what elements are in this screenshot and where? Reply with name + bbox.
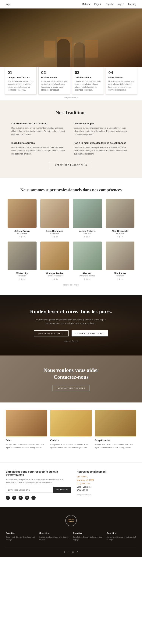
team-grid: Jeffrey Brown Propriétaire f ◉ in Anne R… <box>8 199 134 280</box>
feature-title: Ce que nous faisons <box>8 76 34 79</box>
location-phone: (212) 456-2253 <box>77 482 136 485</box>
newsletter: Enregistrez-vous pour recevoir le bullet… <box>6 470 71 500</box>
footer-col-title: Gros titre <box>73 532 103 534</box>
location: Heures et emplacement 14 E 13th St, New … <box>71 470 136 500</box>
member-instagram-icon[interactable]: ◉ <box>21 236 23 238</box>
feature-card: 03 Délicieux Pains Ut enim ad minim veni… <box>72 67 104 94</box>
product-item: Cookies Sample text. Click to select the… <box>50 410 92 449</box>
member-instagram-icon[interactable]: ◉ <box>119 236 120 238</box>
instagram-icon[interactable]: ◉ <box>25 496 29 500</box>
member-facebook-icon[interactable]: f <box>84 236 85 238</box>
member-facebook-icon[interactable]: f <box>84 278 85 280</box>
nav-links: BakeryPage 4Page 5Page 6Landing <box>82 3 136 6</box>
member-name: Jeffrey Brown <box>8 230 37 232</box>
email-input[interactable] <box>6 487 53 493</box>
member-linkedin-icon[interactable]: in <box>24 278 25 280</box>
nav-link-bakery[interactable]: Bakery <box>82 3 90 6</box>
newsletter-text: Vous voulez être le premier à lire nos a… <box>6 478 71 484</box>
team-images-credit: Images de Freepik <box>8 284 134 286</box>
phone-link[interactable]: (212) 456-2253 <box>77 482 90 484</box>
footer-col-text: Sample text. Exemple de texte de pied de… <box>6 536 36 541</box>
member-social: f ◉ in <box>8 278 37 280</box>
nav-link-page-6[interactable]: Page 6 <box>117 3 124 6</box>
team-member: Jeffrey Brown Propriétaire f ◉ in <box>8 199 37 238</box>
member-name: Alex Vert <box>73 272 102 275</box>
member-linkedin-icon[interactable]: in <box>56 236 58 238</box>
team-photo <box>40 199 69 228</box>
member-instagram-icon[interactable]: ◉ <box>86 236 88 238</box>
member-instagram-icon[interactable]: ◉ <box>53 278 55 280</box>
member-linkedin-icon[interactable]: in <box>89 236 91 238</box>
product-item: Pains Sample text. Click to select the t… <box>6 410 47 449</box>
product-text: Sample text. Click to select the text bo… <box>50 443 92 449</box>
footer-pinterest-icon[interactable]: P <box>77 550 78 554</box>
member-role: Partenaire associé <box>73 275 102 277</box>
footer-col-text: Sample text. Exemple de texte de pied de… <box>73 536 103 541</box>
nav-link-page-4[interactable]: Page 4 <box>94 3 101 6</box>
team-member: Anne Richmond Partenaire f ◉ in <box>40 199 69 238</box>
feature-card: 04 Notre histoire Ut enim ad minim venia… <box>106 67 137 94</box>
footer-linkedin-icon[interactable]: in <box>72 550 74 554</box>
member-facebook-icon[interactable]: f <box>19 236 20 238</box>
contact-button[interactable]: INFORMATIONS REQUISES <box>52 385 90 391</box>
member-role: Partenaire <box>106 275 135 277</box>
member-social: f ◉ in <box>73 278 102 280</box>
learn-more-button[interactable]: APPRENDRE ENCORE PLUS <box>50 162 92 168</box>
member-linkedin-icon[interactable]: in <box>121 278 123 280</box>
feature-text: Ut enim ad minim veniam, quis nostrud ex… <box>75 80 101 91</box>
member-linkedin-icon[interactable]: in <box>56 278 58 280</box>
nav-link-page-5[interactable]: Page 5 <box>105 3 113 6</box>
member-facebook-icon[interactable]: f <box>19 278 20 280</box>
team-photo <box>8 199 37 228</box>
newsletter-title: Enregistrez-vous pour recevoir le bullet… <box>6 470 71 476</box>
footer-column: Gros titre Sample text. Exemple de texte… <box>39 532 69 541</box>
twitter-icon[interactable]: ✓ <box>12 496 16 500</box>
team-member: Alex Greenfield Partenaire f ◉ in <box>106 199 135 238</box>
member-name: Anne Richmond <box>40 230 69 232</box>
member-facebook-icon[interactable]: f <box>52 236 52 238</box>
feature-text: Ut enim ad minim veniam, quis nostrud ex… <box>108 80 135 91</box>
footer-facebook-icon[interactable]: f <box>64 550 65 554</box>
feature-number: 03 <box>75 70 101 75</box>
member-facebook-icon[interactable]: f <box>117 278 118 280</box>
member-social: f ◉ in <box>106 278 135 280</box>
address-link[interactable]: 14 E 13th St, New York, NY 10007 <box>77 476 94 481</box>
footer-col-title: Gros titre <box>6 532 36 534</box>
location-hours: Lundi - Dimanche 07:00 - 20:00 <box>77 485 136 492</box>
member-instagram-icon[interactable]: ◉ <box>53 236 55 238</box>
product-title: Cookies <box>50 439 92 442</box>
contact-section: Nous voulons vous aiderContactez-nous IN… <box>0 356 142 402</box>
linkedin-icon[interactable]: in <box>19 496 23 500</box>
traditions-section: Nos Traditions Les friandises les plus f… <box>0 100 142 178</box>
member-social: f ◉ in <box>40 278 69 280</box>
tradition-item: Les friandises les plus fraîches Duis au… <box>11 122 68 136</box>
member-instagram-icon[interactable]: ◉ <box>86 278 88 280</box>
facebook-icon[interactable]: f <box>6 496 10 500</box>
order-button[interactable]: COMMANDEZ MAINTENANT <box>72 330 108 336</box>
product-image <box>50 410 92 436</box>
product-title: Pains <box>6 439 47 442</box>
footer-twitter-icon[interactable]: ✓ <box>67 550 69 554</box>
dark-credit: Image de Freepik <box>8 340 134 342</box>
menu-button[interactable]: VOIR LE MENU COMPLET <box>34 330 69 336</box>
products-section: Pains Sample text. Click to select the t… <box>0 402 142 462</box>
subscribe-button[interactable]: SOUMETTRE <box>53 487 71 493</box>
feature-text: Ut enim ad minim veniam, quis nostrud ex… <box>8 80 34 91</box>
location-address: 14 E 13th St, New York, NY 10007 <box>77 475 136 482</box>
navigation: logo BakeryPage 4Page 5Page 6Landing <box>0 0 142 8</box>
feature-cards: 01 Ce que nous faisons Ut enim ad minim … <box>0 67 142 94</box>
pinterest-icon[interactable]: P <box>31 496 36 500</box>
product-image <box>6 410 47 436</box>
team-photo <box>40 242 69 270</box>
member-linkedin-icon[interactable]: in <box>121 236 123 238</box>
member-instagram-icon[interactable]: ◉ <box>119 278 120 280</box>
feature-card: 02 Professionnels Ut enim ad minim venia… <box>38 67 70 94</box>
member-facebook-icon[interactable]: f <box>117 236 118 238</box>
team-member: Alex Vert Partenaire associé f ◉ in <box>73 242 102 280</box>
footer-column: Gros titre Sample text. Exemple de texte… <box>107 532 136 541</box>
member-facebook-icon[interactable]: f <box>52 278 52 280</box>
member-linkedin-icon[interactable]: in <box>89 278 91 280</box>
member-instagram-icon[interactable]: ◉ <box>21 278 23 280</box>
member-linkedin-icon[interactable]: in <box>24 236 25 238</box>
nav-link-landing[interactable]: Landing <box>128 3 136 6</box>
